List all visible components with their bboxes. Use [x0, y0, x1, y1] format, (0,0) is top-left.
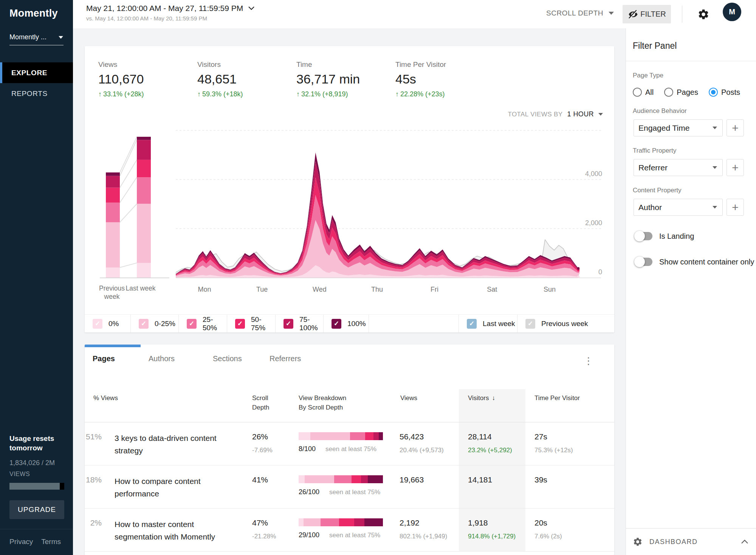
- toggle-label: Show content container only: [659, 258, 754, 266]
- cell-time-per-visitor-value: 20s: [534, 518, 614, 527]
- radio-posts[interactable]: Posts: [709, 88, 740, 97]
- dashboard-bar[interactable]: DASHBOARD: [626, 528, 756, 555]
- cell-visitors: 14,181: [459, 465, 525, 508]
- dashboard-label: DASHBOARD: [649, 538, 698, 546]
- filter-select-row: Engaged Time+: [634, 119, 756, 136]
- filter-button[interactable]: FILTER: [623, 5, 671, 23]
- weekly-bar-chart: PreviousweekLast week: [94, 106, 176, 302]
- legend-checkbox-100[interactable]: ✓: [332, 319, 341, 329]
- select-traffic-property[interactable]: Referrer: [634, 159, 723, 176]
- toggle-is-landing[interactable]: [634, 231, 653, 241]
- select-audience-behavior[interactable]: Engaged Time: [634, 119, 723, 136]
- breakdown-segment: [299, 475, 305, 483]
- metric-time-per-visitor: Time Per Visitor45s↑22.28% (+23s): [395, 60, 494, 98]
- cell-pct-views: 2%: [85, 509, 102, 551]
- legend-checkbox-last-week[interactable]: ✓: [467, 319, 477, 329]
- tab-pages[interactable]: Pages: [85, 345, 141, 371]
- breakdown-note: seen at least 75%: [329, 532, 380, 539]
- legend-checkbox-50-75[interactable]: ✓: [235, 319, 245, 329]
- add-filter-button[interactable]: +: [727, 199, 744, 216]
- account-selector[interactable]: Momently ...: [9, 33, 64, 45]
- svg-text:Last week: Last week: [126, 284, 156, 292]
- cell-time-per-visitor-value: 27s: [534, 432, 614, 441]
- sidebar-item-reports[interactable]: REPORTS: [0, 83, 73, 104]
- chevron-up-icon[interactable]: [741, 540, 748, 544]
- breakdown-score: 8/100: [299, 445, 316, 453]
- up-arrow-icon: ↑: [197, 90, 201, 98]
- upgrade-button[interactable]: UPGRADE: [9, 500, 64, 519]
- sidebar-item-explore[interactable]: EXPLORE: [0, 62, 73, 83]
- filter-group-label: Traffic Property: [633, 147, 756, 155]
- cell-page-title[interactable]: 3 keys to data-driven content strategy: [102, 422, 252, 465]
- legend-checkbox-0[interactable]: ✓: [93, 319, 102, 329]
- gear-icon: [633, 537, 643, 547]
- legend-checkbox-75-100[interactable]: ✓: [284, 319, 293, 329]
- column-header-pct: % Views: [85, 389, 102, 422]
- date-range-selector[interactable]: May 21, 12:00:00 AM - May 27, 11:59:59 P…: [86, 4, 254, 22]
- legend-label: 25-50%: [203, 315, 227, 332]
- cell-page-title[interactable]: How to master content segmentation with …: [102, 509, 252, 551]
- metric-time: Time36,717 min↑32.1% (+8,919): [296, 60, 395, 98]
- legend-label: 0-25%: [155, 320, 175, 328]
- legend-checkbox-0-25[interactable]: ✓: [139, 319, 149, 329]
- svg-text:Mon: Mon: [198, 286, 211, 293]
- add-filter-button[interactable]: +: [727, 119, 744, 136]
- table-row[interactable]: 2%How to master content segmentation wit…: [85, 509, 614, 552]
- toggle-row-is-landing: Is Landing: [634, 231, 756, 241]
- metric-delta: ↑33.1% (+28k): [98, 90, 197, 98]
- cell-time-per-visitor: 20s7.6% (2s): [525, 509, 614, 551]
- cell-pct-views: 18%: [85, 465, 102, 508]
- radio-pages[interactable]: Pages: [664, 88, 698, 97]
- cell-time-per-visitor-delta: [534, 490, 614, 496]
- svg-text:Fri: Fri: [431, 286, 438, 293]
- cell-scroll-depth: 26%-7.69%: [252, 422, 299, 465]
- select-content-property[interactable]: Author: [634, 199, 723, 216]
- breakdown-segment: [299, 518, 304, 526]
- column-header-visitors[interactable]: Visitors↓: [459, 389, 525, 422]
- column-header-line: Depth: [252, 403, 299, 413]
- metric-selector-label: SCROLL DEPTH: [546, 9, 603, 17]
- radio-all[interactable]: All: [633, 88, 654, 97]
- cell-time-per-visitor-delta: 7.6% (2s): [534, 533, 614, 540]
- interval-value: 1 HOUR: [567, 110, 594, 118]
- terms-link[interactable]: Terms: [41, 538, 61, 546]
- sidebar: Momently Momently ... EXPLOREREPORTS Usa…: [0, 0, 73, 555]
- legend-checkbox-25-50[interactable]: ✓: [187, 319, 197, 329]
- legend-label: Previous week: [541, 320, 588, 328]
- interval-selector[interactable]: TOTAL VIEWS BY 1 HOUR: [508, 110, 603, 118]
- table-row[interactable]: 51%3 keys to data-driven content strateg…: [85, 422, 614, 465]
- breakdown-meta: 29/100seen at least 75%: [299, 531, 388, 539]
- tab-sections[interactable]: Sections: [205, 345, 262, 371]
- cell-views-value: 19,663: [400, 475, 459, 484]
- svg-text:Wed: Wed: [313, 286, 327, 293]
- kebab-menu-icon[interactable]: ⋮: [584, 356, 593, 366]
- tab-referrers[interactable]: Referrers: [262, 345, 301, 371]
- table-row[interactable]: 18%How to compare content performance41%…: [85, 465, 614, 509]
- privacy-link[interactable]: Privacy: [9, 538, 33, 546]
- divider: [682, 6, 682, 23]
- page-type-label: Page Type: [633, 72, 756, 79]
- up-arrow-icon: ↑: [296, 90, 300, 98]
- svg-text:Previous: Previous: [99, 284, 125, 292]
- breakdown-meta: 8/100seen at least 75%: [299, 445, 388, 453]
- legend-cell-75-100: ✓75-100%: [275, 315, 323, 332]
- toggle-show-content-container-only[interactable]: [634, 257, 653, 267]
- svg-text:0: 0: [598, 268, 602, 276]
- cell-page-title[interactable]: How to compare content performance: [102, 465, 252, 508]
- metric-label: Time Per Visitor: [395, 60, 494, 69]
- breakdown-note: seen at least 75%: [325, 445, 376, 453]
- legend-checkbox-previous-week[interactable]: ✓: [525, 319, 535, 329]
- legend-cell-0-25: ✓0-25%: [130, 315, 178, 332]
- views-area-chart: MonTueWedThuFriSatSun02,0004,000: [176, 106, 603, 302]
- compare-range-label: vs. May 14, 12:00:00 AM - May 20, 11:59:…: [86, 15, 254, 22]
- caret-down-icon: [713, 166, 717, 169]
- select-value: Engaged Time: [638, 124, 689, 133]
- avatar[interactable]: M: [723, 3, 741, 21]
- settings-gear-icon[interactable]: [697, 8, 710, 20]
- breakdown-segment: [365, 432, 373, 440]
- tab-authors[interactable]: Authors: [141, 345, 205, 371]
- add-filter-button[interactable]: +: [727, 159, 744, 176]
- legend-label: 0%: [108, 320, 119, 328]
- svg-text:4,000: 4,000: [585, 170, 602, 178]
- metric-selector[interactable]: SCROLL DEPTH: [546, 9, 614, 17]
